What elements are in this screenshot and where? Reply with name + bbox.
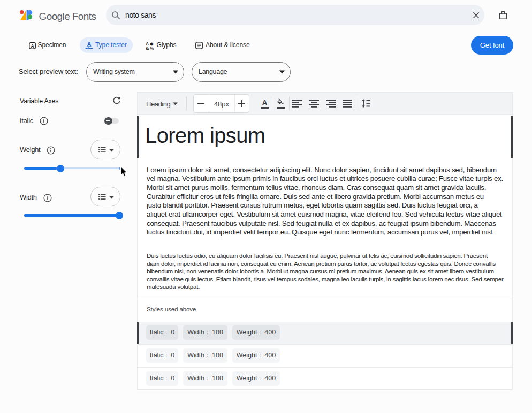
svg-text:%: % (150, 46, 154, 50)
svg-text:A: A (87, 41, 92, 47)
svg-text:A: A (31, 43, 34, 48)
svg-text:&: & (146, 45, 149, 50)
